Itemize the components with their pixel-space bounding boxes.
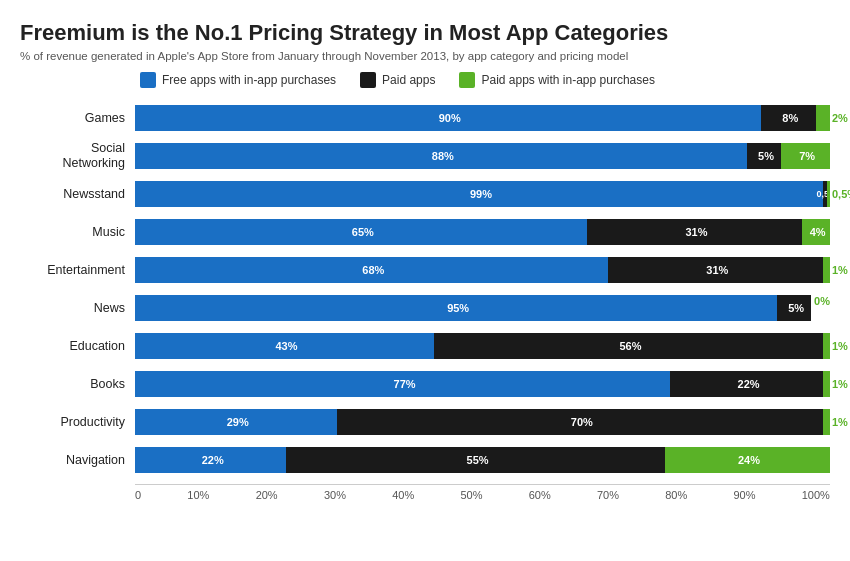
chart-area: Games90%8%2%SocialNetworking88%5%7%Newss… [20, 100, 830, 480]
bar-segment-free: 68% [135, 257, 608, 283]
x-axis-label: 50% [460, 489, 482, 501]
bar-label-zero: 0% [811, 295, 830, 321]
bar-label-free: 22% [198, 454, 224, 466]
bar-segment-free: 77% [135, 371, 670, 397]
x-axis-label: 30% [324, 489, 346, 501]
bar-label-paid: 56% [615, 340, 641, 352]
bar-segment-paid-iap: 2% [816, 105, 830, 131]
bar-label-free: 65% [348, 226, 374, 238]
bar-label-free: 95% [443, 302, 469, 314]
bar-label-paid-iap: 2% [830, 112, 848, 124]
bar-segment-free: 43% [135, 333, 434, 359]
x-axis-label: 10% [187, 489, 209, 501]
bar-wrapper: 99%0,5%0,5% [135, 181, 830, 207]
bar-container: 90%8%2% [135, 104, 830, 132]
chart-row: Entertainment68%31%1% [20, 252, 830, 288]
legend-color-box [140, 72, 156, 88]
x-axis-label: 80% [665, 489, 687, 501]
bar-label-paid: 5% [754, 150, 774, 162]
bar-segment-free: 90% [135, 105, 761, 131]
x-axis-label: 90% [733, 489, 755, 501]
bar-segment-paid-iap: 1% [823, 409, 830, 435]
bar-segment-paid: 55% [286, 447, 664, 473]
bar-label-paid-iap: 1% [830, 378, 848, 390]
chart-row: Productivity29%70%1% [20, 404, 830, 440]
bar-wrapper: 90%8%2% [135, 105, 830, 131]
bar-label-paid: 8% [778, 112, 798, 124]
bar-container: 88%5%7% [135, 142, 830, 170]
bar-segment-free: 95% [135, 295, 777, 321]
bar-label-free: 77% [390, 378, 416, 390]
bar-label-paid: 31% [681, 226, 707, 238]
legend-item: Free apps with in-app purchases [140, 72, 336, 88]
bar-segment-free: 88% [135, 143, 747, 169]
bar-label-paid: 55% [463, 454, 489, 466]
chart-row: Music65%31%4% [20, 214, 830, 250]
bar-segment-paid: 22% [670, 371, 823, 397]
row-label: News [20, 301, 135, 316]
bar-label-paid: 70% [567, 416, 593, 428]
bar-segment-paid-iap: 1% [823, 257, 830, 283]
row-label: Games [20, 111, 135, 126]
bar-label-paid-iap: 4% [807, 226, 826, 238]
chart-row: Games90%8%2% [20, 100, 830, 136]
bar-segment-paid-iap: 7% [781, 143, 830, 169]
bar-label-paid-iap: 1% [830, 416, 848, 428]
bar-label-paid: 22% [734, 378, 760, 390]
chart-row: Education43%56%1% [20, 328, 830, 364]
bar-label-paid: 5% [784, 302, 804, 314]
bar-segment-free: 22% [135, 447, 286, 473]
bar-segment-paid: 5% [777, 295, 811, 321]
bar-label-paid-iap: 0,5% [830, 188, 850, 200]
bar-label-paid-iap: 7% [796, 150, 815, 162]
legend-color-box [459, 72, 475, 88]
bar-segment-paid: 70% [337, 409, 824, 435]
bar-segment-paid-iap: 0,5% [827, 181, 830, 207]
chart-legend: Free apps with in-app purchasesPaid apps… [140, 72, 830, 88]
bar-container: 29%70%1% [135, 408, 830, 436]
row-label: Newsstand [20, 187, 135, 202]
bar-wrapper: 65%31%4% [135, 219, 830, 245]
x-axis: 010%20%30%40%50%60%70%80%90%100% [135, 484, 830, 501]
bar-wrapper: 68%31%1% [135, 257, 830, 283]
x-axis-label: 70% [597, 489, 619, 501]
bar-container: 95%5%0% [135, 294, 830, 322]
bar-segment-paid: 31% [608, 257, 823, 283]
bar-segment-free: 65% [135, 219, 587, 245]
legend-color-box [360, 72, 376, 88]
row-label: Navigation [20, 453, 135, 468]
bar-segment-free: 99% [135, 181, 823, 207]
bar-label-free: 68% [358, 264, 384, 276]
row-label: Books [20, 377, 135, 392]
legend-label: Paid apps with in-app purchases [481, 73, 654, 87]
legend-label: Free apps with in-app purchases [162, 73, 336, 87]
bar-container: 22%55%24% [135, 446, 830, 474]
x-axis-label: 60% [529, 489, 551, 501]
x-axis-label: 0 [135, 489, 141, 501]
bar-segment-paid: 8% [761, 105, 817, 131]
x-axis-label: 40% [392, 489, 414, 501]
row-label: Entertainment [20, 263, 135, 278]
chart-row: News95%5%0% [20, 290, 830, 326]
legend-label: Paid apps [382, 73, 435, 87]
bar-segment-paid-iap: 4% [802, 219, 830, 245]
bar-segment-paid-iap: 1% [823, 371, 830, 397]
bar-wrapper: 22%55%24% [135, 447, 830, 473]
bar-container: 77%22%1% [135, 370, 830, 398]
bar-container: 99%0,5%0,5% [135, 180, 830, 208]
chart-container: Freemium is the No.1 Pricing Strategy in… [0, 0, 850, 561]
chart-row: Books77%22%1% [20, 366, 830, 402]
bar-label-paid-iap: 24% [735, 454, 760, 466]
bar-label-paid-iap: 1% [830, 264, 848, 276]
chart-row: SocialNetworking88%5%7% [20, 138, 830, 174]
bar-wrapper: 95%5%0% [135, 295, 830, 321]
chart-row: Newsstand99%0,5%0,5% [20, 176, 830, 212]
chart-subtitle: % of revenue generated in Apple's App St… [20, 50, 830, 62]
bar-segment-paid: 5% [747, 143, 782, 169]
row-label: SocialNetworking [20, 141, 135, 171]
bar-container: 43%56%1% [135, 332, 830, 360]
bar-wrapper: 29%70%1% [135, 409, 830, 435]
x-axis-label: 20% [256, 489, 278, 501]
bar-label-free: 43% [271, 340, 297, 352]
bar-container: 68%31%1% [135, 256, 830, 284]
